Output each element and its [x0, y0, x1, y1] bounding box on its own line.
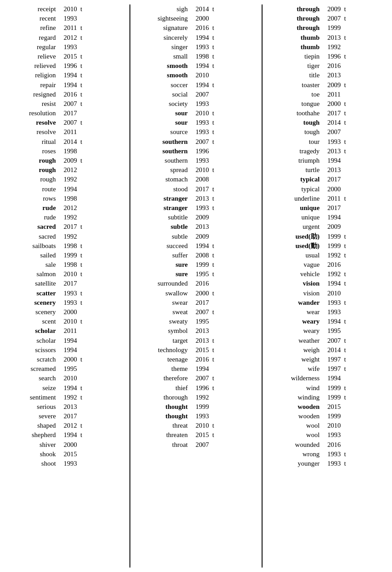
table-row: sweat2007t	[132, 307, 259, 317]
table-row: sailed1999t	[0, 251, 128, 260]
word-cell: winding	[266, 393, 324, 402]
flag-cell: t	[344, 299, 353, 307]
table-row: thief1996t	[132, 383, 259, 393]
year-cell: 1999	[324, 384, 344, 392]
table-row: typical2017	[264, 175, 392, 184]
word-cell: thought	[134, 403, 192, 411]
flag-cell: t	[80, 156, 89, 165]
table-row: threaten2015t	[132, 430, 259, 440]
year-cell: 1999	[324, 242, 344, 250]
table-row: rough1992	[0, 175, 128, 184]
word-cell: resist	[2, 100, 60, 108]
word-cell: through	[266, 5, 324, 13]
table-row: sentiment1992t	[0, 393, 128, 402]
year-cell: 1993	[60, 459, 80, 468]
word-cell: threat	[134, 421, 192, 430]
word-cell: usual	[266, 251, 324, 260]
word-cell: scratch	[2, 355, 60, 364]
flag-cell: t	[344, 279, 353, 288]
word-cell: turtle	[266, 166, 324, 174]
flag-cell: t	[344, 52, 353, 61]
word-cell: tough	[266, 118, 324, 127]
flag-cell: t	[80, 270, 89, 278]
word-cell: wool	[266, 421, 324, 430]
year-cell: 2000	[192, 14, 212, 23]
table-row: toaster2009t	[264, 80, 392, 90]
table-row: target2013t	[132, 336, 259, 345]
table-row: resist2007t	[0, 99, 128, 109]
flag-cell: t	[344, 138, 353, 146]
word-cell: singer	[134, 43, 192, 51]
year-cell: 2013	[192, 327, 212, 335]
word-cell: shepherd	[2, 431, 60, 439]
year-cell: 2007	[192, 138, 212, 146]
word-cell: rows	[2, 194, 60, 203]
table-row: scratch2000t	[0, 355, 128, 364]
year-cell: 1999	[324, 412, 344, 421]
flag-cell: t	[80, 5, 89, 13]
word-cell: tiepin	[266, 52, 324, 61]
year-cell: 1995	[60, 365, 80, 373]
word-cell: shoot	[2, 459, 60, 468]
year-cell: 1999	[192, 261, 212, 269]
word-cell: stranger	[134, 194, 192, 203]
word-cell: sure	[134, 261, 192, 269]
table-row: signature2016t	[132, 23, 259, 33]
word-cell: vision	[266, 289, 324, 298]
year-cell: 2017	[324, 175, 344, 184]
year-cell: 1994	[324, 279, 344, 288]
table-row: subtitle2009	[132, 213, 259, 222]
word-cell: wear	[266, 308, 324, 316]
year-cell: 2013	[192, 336, 212, 345]
table-row: screamed1995	[0, 364, 128, 374]
table-row: weary1994t	[264, 317, 392, 326]
table-row: soccer1994t	[132, 80, 259, 90]
word-cell: thumb	[266, 34, 324, 42]
year-cell: 2013	[324, 166, 344, 174]
word-cell: southern	[134, 147, 192, 156]
table-row: usual1992t	[264, 251, 392, 260]
year-cell: 2011	[60, 327, 80, 335]
word-cell: threaten	[134, 431, 192, 439]
word-cell: weather	[266, 336, 324, 345]
table-row: wounded2016	[264, 440, 392, 450]
year-cell: 1994	[60, 81, 80, 89]
year-cell: 2013	[324, 34, 344, 42]
word-cell: wilderness	[266, 374, 324, 383]
table-row: sure1995t	[132, 269, 259, 279]
year-cell: 2017	[192, 299, 212, 307]
table-row: regard2012t	[0, 33, 128, 42]
flag-cell: t	[212, 374, 221, 383]
table-row: rows1998	[0, 194, 128, 203]
table-row: wooden2015	[264, 402, 392, 412]
word-cell: resigned	[2, 90, 60, 99]
table-row: used(動)1999t	[264, 241, 392, 251]
year-cell: 2017	[192, 185, 212, 193]
word-cell: stranger	[134, 204, 192, 212]
table-row: roses1998	[0, 147, 128, 156]
word-cell: unique	[266, 204, 324, 212]
table-row: seize1994t	[0, 383, 128, 393]
table-row: urgent2009	[264, 222, 392, 231]
year-cell: 2000	[324, 185, 344, 193]
table-row: teenage2016t	[132, 355, 259, 364]
year-cell: 2011	[60, 24, 80, 32]
word-cell: religion	[2, 71, 60, 80]
year-cell: 1993	[324, 459, 344, 468]
year-cell: 1993	[324, 299, 344, 307]
flag-cell: t	[80, 223, 89, 231]
flag-cell: t	[212, 166, 221, 174]
flag-cell: t	[212, 289, 221, 298]
table-row: severe2017	[0, 412, 128, 421]
word-cell: thief	[134, 384, 192, 392]
table-row: scholar2011	[0, 326, 128, 336]
word-cell: wife	[266, 365, 324, 373]
word-cell: sweaty	[134, 317, 192, 326]
flag-cell: t	[344, 384, 353, 392]
word-cell: younger	[266, 459, 324, 468]
word-cell: theme	[134, 365, 192, 373]
flag-cell: t	[212, 204, 221, 212]
table-row: sale1998t	[0, 260, 128, 269]
flag-cell: t	[212, 138, 221, 146]
word-cell: shaped	[2, 421, 60, 430]
